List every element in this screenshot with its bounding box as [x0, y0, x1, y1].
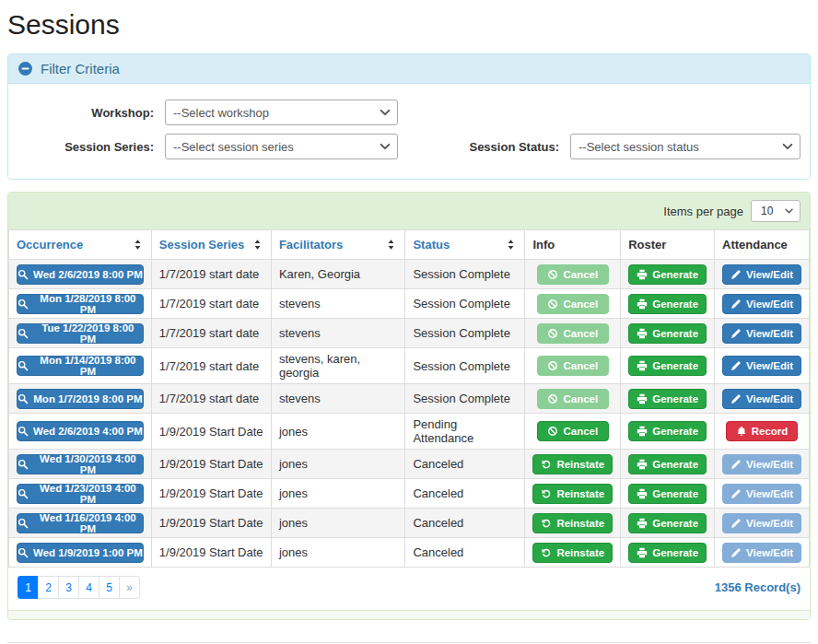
roster-cell: Generate — [621, 319, 715, 348]
occurrence-cell: Mon 1/7/2019 8:00 PM — [9, 384, 152, 414]
session-status-select[interactable]: --Select session status — [570, 134, 800, 159]
occurrence-cell: Wed 1/30/2019 4:00 PM — [9, 450, 152, 479]
view-edit-button[interactable]: View/Edit — [722, 294, 801, 314]
pencil-icon — [730, 328, 742, 339]
minus-circle-icon[interactable] — [18, 61, 33, 76]
ban-icon — [547, 426, 558, 437]
occurrence-button[interactable]: Mon 1/7/2019 8:00 PM — [17, 389, 144, 409]
pencil-icon — [730, 360, 742, 371]
workshop-select[interactable]: --Select workshop — [165, 100, 398, 125]
occurrence-button[interactable]: Wed 1/9/2019 1:00 PM — [17, 543, 144, 563]
items-per-page-select[interactable]: 10 — [751, 200, 800, 222]
table-footer: 12345» 1356 Record(s) — [8, 568, 810, 610]
table-row: Mon 1/7/2019 8:00 PM1/7/2019 start dates… — [9, 384, 810, 414]
occurrence-button[interactable]: Wed 1/16/2019 4:00 PM — [17, 513, 144, 533]
session-status-select-wrap: --Select session status — [570, 134, 800, 159]
generate-button[interactable]: Generate — [628, 513, 707, 533]
session-series-cell: 1/7/2019 start date — [151, 260, 271, 289]
status-cell: Session Complete — [405, 319, 525, 348]
occurrence-button[interactable]: Tue 1/22/2019 8:00 PM — [17, 323, 144, 344]
status-cell: Session Complete — [405, 289, 525, 319]
occurrence-cell: Wed 1/23/2019 4:00 PM — [9, 479, 152, 509]
cancel-button[interactable]: Cancel — [537, 421, 609, 441]
table-row: Mon 1/14/2019 8:00 PM1/7/2019 start date… — [9, 348, 810, 384]
session-status-label: Session Status: — [421, 140, 559, 154]
roster-cell: Generate — [621, 479, 715, 509]
generate-button[interactable]: Generate — [628, 543, 707, 563]
pagination-page-5[interactable]: 5 — [99, 576, 120, 599]
search-icon — [18, 360, 29, 371]
table-row: Wed 1/9/2019 1:00 PM1/9/2019 Start Datej… — [9, 538, 810, 568]
occurrence-cell: Mon 1/14/2019 8:00 PM — [9, 348, 152, 384]
sort-icon — [385, 239, 397, 251]
facilitators-cell: stevens — [271, 384, 405, 414]
info-cell: Reinstate — [525, 450, 621, 479]
session-series-cell: 1/9/2019 Start Date — [151, 414, 271, 450]
column-header-occurrence[interactable]: Occurrence — [9, 230, 152, 260]
status-cell: Canceled — [405, 479, 525, 509]
table-row: Wed 2/6/2019 4:00 PM1/9/2019 Start Datej… — [9, 414, 810, 450]
filter-criteria-header[interactable]: Filter Criteria — [8, 54, 810, 84]
occurrence-button[interactable]: Wed 1/30/2019 4:00 PM — [17, 454, 144, 474]
items-per-page-label: Items per page — [663, 205, 743, 218]
sort-icon — [251, 239, 263, 251]
print-icon — [637, 269, 648, 280]
occurrence-button[interactable]: Mon 1/28/2019 8:00 PM — [17, 294, 144, 314]
occurrence-button[interactable]: Mon 1/14/2019 8:00 PM — [17, 356, 144, 376]
generate-button[interactable]: Generate — [628, 264, 707, 285]
session-series-cell: 1/9/2019 Start Date — [151, 450, 271, 479]
search-icon — [18, 269, 29, 280]
view-edit-button[interactable]: View/Edit — [722, 323, 801, 344]
roster-cell: Generate — [621, 509, 715, 538]
print-icon — [637, 426, 648, 437]
occurrence-button[interactable]: Wed 2/6/2019 8:00 PM — [17, 264, 144, 285]
column-header-info: Info — [525, 230, 621, 260]
generate-button[interactable]: Generate — [628, 356, 707, 376]
roster-cell: Generate — [621, 450, 715, 479]
generate-button[interactable]: Generate — [628, 484, 707, 504]
table-row: Wed 1/16/2019 4:00 PM1/9/2019 Start Date… — [9, 509, 810, 538]
column-header-facilitators[interactable]: Facilitators — [271, 230, 405, 260]
pagination-page-1[interactable]: 1 — [18, 576, 39, 599]
generate-button[interactable]: Generate — [628, 389, 707, 409]
facilitators-cell: jones — [271, 509, 405, 538]
generate-button[interactable]: Generate — [628, 294, 707, 314]
pencil-icon — [730, 488, 742, 499]
attendance-cell: View/Edit — [715, 260, 810, 289]
print-icon — [637, 518, 648, 529]
pagination-page-4[interactable]: 4 — [78, 576, 99, 599]
occurrence-button[interactable]: Wed 2/6/2019 4:00 PM — [17, 421, 144, 441]
reinstate-button[interactable]: Reinstate — [532, 513, 613, 533]
cancel-button: Cancel — [537, 356, 609, 376]
cancel-button: Cancel — [537, 264, 609, 285]
status-cell: Session Complete — [405, 260, 525, 289]
view-edit-button[interactable]: View/Edit — [722, 356, 801, 376]
generate-button[interactable]: Generate — [628, 421, 707, 441]
reinstate-button[interactable]: Reinstate — [532, 543, 613, 563]
generate-button[interactable]: Generate — [628, 454, 707, 474]
ban-icon — [547, 328, 558, 339]
undo-icon — [541, 518, 552, 529]
session-series-select[interactable]: --Select session series — [165, 134, 398, 159]
record-button[interactable]: Record — [726, 421, 798, 441]
facilitators-cell: jones — [271, 479, 405, 509]
column-header-session-series[interactable]: Session Series — [151, 230, 271, 260]
record-count: 1356 Record(s) — [715, 580, 800, 594]
table-row: Mon 1/28/2019 8:00 PM1/7/2019 start date… — [9, 289, 810, 319]
roster-cell: Generate — [621, 260, 715, 289]
generate-button[interactable]: Generate — [628, 323, 707, 344]
table-row: Tue 1/22/2019 8:00 PM1/7/2019 start date… — [9, 319, 810, 348]
occurrence-button[interactable]: Wed 1/23/2019 4:00 PM — [17, 484, 144, 504]
view-edit-button[interactable]: View/Edit — [722, 264, 801, 285]
search-icon — [18, 547, 29, 558]
view-edit-button[interactable]: View/Edit — [722, 389, 801, 409]
print-icon — [637, 393, 648, 404]
pagination-page-2[interactable]: 2 — [38, 576, 59, 599]
cancel-button: Cancel — [537, 389, 609, 409]
reinstate-button[interactable]: Reinstate — [532, 454, 613, 474]
pagination-page-3[interactable]: 3 — [58, 576, 79, 599]
reinstate-button[interactable]: Reinstate — [532, 484, 613, 504]
info-cell: Reinstate — [525, 479, 621, 509]
column-header-status[interactable]: Status — [405, 230, 525, 260]
pagination-next[interactable]: » — [119, 576, 140, 599]
